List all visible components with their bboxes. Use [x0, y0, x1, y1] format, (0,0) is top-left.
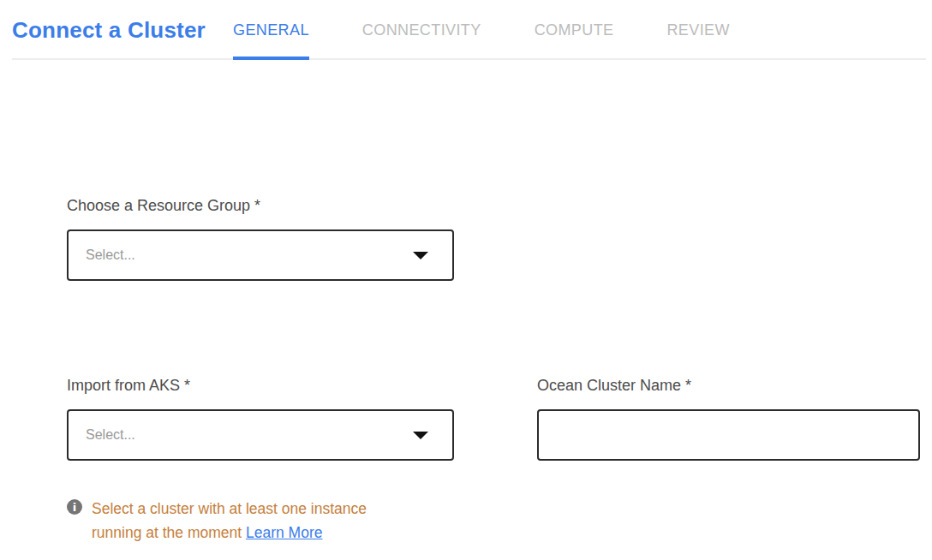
tab-compute-label: COMPUTE [535, 21, 614, 39]
ocean-cluster-name-field: Ocean Cluster Name * [537, 375, 920, 461]
general-step-form: Choose a Resource Group * Select... Impo… [0, 60, 932, 545]
wizard-header: Connect a Cluster GENERAL CONNECTIVITY C… [0, 0, 932, 60]
tab-general-label: GENERAL [233, 21, 309, 39]
learn-more-link[interactable]: Learn More [246, 524, 323, 541]
note-message: Select a cluster with at least one insta… [92, 500, 367, 541]
import-aks-select[interactable]: Select... [67, 409, 454, 461]
tab-review[interactable]: REVIEW [666, 0, 729, 60]
tab-connectivity-label: CONNECTIVITY [362, 21, 481, 39]
info-icon: i [67, 499, 82, 515]
caret-down-icon [413, 252, 428, 259]
import-aks-label: Import from AKS * [67, 375, 454, 396]
import-aks-placeholder: Select... [69, 427, 135, 443]
tab-general[interactable]: GENERAL [233, 0, 309, 60]
cluster-instance-note: i Select a cluster with at least one ins… [67, 497, 932, 545]
tab-review-label: REVIEW [666, 21, 729, 39]
resource-group-select[interactable]: Select... [67, 229, 454, 281]
resource-group-label: Choose a Resource Group * [67, 195, 932, 216]
page-title: Connect a Cluster [12, 0, 206, 60]
ocean-cluster-name-label: Ocean Cluster Name * [537, 375, 920, 396]
wizard-tabs: GENERAL CONNECTIVITY COMPUTE REVIEW [233, 0, 730, 60]
caret-down-icon [413, 432, 428, 439]
ocean-cluster-name-input[interactable] [537, 409, 920, 461]
header-divider [12, 58, 926, 60]
note-text: Select a cluster with at least one insta… [92, 497, 417, 545]
tab-connectivity[interactable]: CONNECTIVITY [362, 0, 481, 60]
resource-group-placeholder: Select... [69, 247, 135, 263]
tab-compute[interactable]: COMPUTE [535, 0, 614, 60]
import-aks-field: Import from AKS * Select... [67, 375, 454, 461]
